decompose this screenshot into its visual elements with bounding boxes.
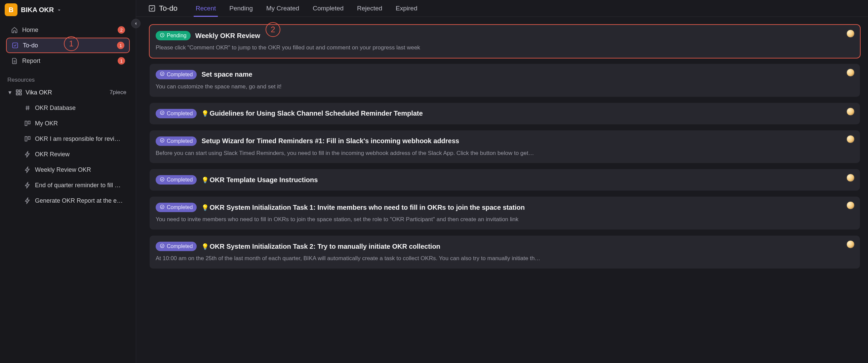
tree-item-label: Weekly Review OKR (35, 167, 91, 174)
assignee-avatar[interactable] (846, 30, 855, 38)
card-description: You need to invite members who need to f… (156, 215, 854, 223)
tree-item[interactable]: Weekly Review OKR (0, 162, 136, 178)
card-title: 💡Guidelines for Using Slack Channel Sche… (202, 110, 423, 117)
tree-item[interactable]: OKR Review (0, 147, 136, 162)
status-label: Pending (167, 33, 187, 39)
topbar: To-do RecentPendingMy CreatedCompletedRe… (136, 0, 868, 17)
nav-item-home[interactable]: Home2 (6, 22, 130, 38)
bulb-icon: 💡 (202, 177, 209, 183)
tree-item[interactable]: My OKR (0, 116, 136, 131)
card-head: Completed💡Guidelines for Using Slack Cha… (156, 109, 854, 118)
bolt-icon (24, 197, 31, 204)
card-head: Completed💡OKR System Initialization Task… (156, 203, 854, 212)
todo-card[interactable]: Completed💡OKR System Initialization Task… (150, 236, 860, 269)
check-circle-icon (160, 243, 165, 250)
todo-card[interactable]: CompletedSet space nameYou can customize… (150, 64, 860, 97)
assignee-avatar[interactable] (846, 240, 855, 248)
card-title: 💡OKR System Initialization Task 1: Invit… (202, 204, 525, 211)
status-completed-pill: Completed (156, 242, 197, 251)
resource-tree: OKR DatabaseMy OKROKR I am responsible f… (0, 99, 136, 210)
svg-point-16 (160, 244, 164, 248)
tree-item-label: My OKR (35, 120, 58, 127)
tab-label: Recent (196, 5, 216, 12)
tab-recent[interactable]: Recent (189, 0, 222, 17)
bolt-icon (24, 151, 31, 158)
status-label: Completed (167, 177, 193, 183)
svg-point-14 (160, 178, 164, 181)
svg-rect-7 (25, 137, 27, 141)
todo-card[interactable]: CompletedSetup Wizard for Timed Reminder… (150, 130, 860, 163)
tab-my-created[interactable]: My Created (259, 0, 306, 17)
status-label: Completed (167, 138, 193, 144)
bulb-icon: 💡 (202, 110, 209, 117)
todo-card[interactable]: Completed💡OKR System Initialization Task… (150, 196, 860, 230)
check-circle-icon (160, 71, 165, 78)
nav-item-to-do[interactable]: To-do1 (6, 38, 130, 53)
tree-item[interactable]: OKR I am responsible for revi… (0, 131, 136, 147)
card-title-text: Set space name (202, 70, 252, 78)
todo-card[interactable]: Completed💡OKR Template Usage Instruction… (150, 169, 860, 190)
assignee-avatar[interactable] (846, 135, 855, 143)
todo-card[interactable]: Completed💡Guidelines for Using Slack Cha… (150, 103, 860, 124)
tab-pending[interactable]: Pending (222, 0, 259, 17)
page-title: To-do (148, 4, 178, 13)
tab-label: My Created (266, 5, 299, 12)
workspace-switcher[interactable]: B BIKA OKR (0, 0, 136, 22)
tree-item-label: End of quarter reminder to fill … (35, 182, 121, 189)
svg-rect-4 (20, 93, 22, 95)
svg-rect-3 (17, 93, 19, 95)
card-title: 💡OKR Template Usage Instructions (202, 176, 318, 184)
status-completed-pill: Completed (156, 137, 197, 146)
bulb-icon: 💡 (202, 204, 209, 211)
svg-point-13 (160, 139, 164, 142)
card-head: CompletedSet space name (156, 70, 854, 79)
svg-rect-1 (17, 90, 19, 92)
status-label: Completed (167, 204, 193, 210)
resources-section-label: Resources (0, 68, 136, 86)
card-description: Please click "Comment OKR" to jump to th… (156, 44, 854, 52)
status-pending-pill: Pending (156, 31, 191, 40)
board-icon (24, 135, 31, 142)
svg-rect-5 (25, 121, 27, 125)
bulb-icon: 💡 (202, 243, 209, 250)
card-title-text: OKR System Initialization Task 1: Invite… (210, 204, 525, 211)
svg-point-15 (160, 205, 164, 209)
card-head: CompletedSetup Wizard for Timed Reminder… (156, 137, 854, 146)
sidebar: B BIKA OKR Home2To-do1Report1 Resources … (0, 0, 136, 363)
status-completed-pill: Completed (156, 175, 197, 184)
tab-label: Expired (396, 5, 417, 12)
card-head: Completed💡OKR Template Usage Instruction… (156, 175, 854, 184)
tree-item[interactable]: End of quarter reminder to fill … (0, 178, 136, 193)
tab-expired[interactable]: Expired (389, 0, 424, 17)
todo-list: PendingWeekly OKR ReviewPlease click "Co… (136, 17, 868, 363)
status-completed-pill: Completed (156, 109, 197, 118)
tree-item[interactable]: OKR Database (0, 100, 136, 116)
card-title: Weekly OKR Review (195, 32, 260, 40)
resource-space-name: Vika OKR (26, 89, 52, 96)
svg-rect-6 (28, 121, 30, 124)
nav-item-label: To-do (23, 42, 38, 49)
clock-icon (160, 33, 165, 39)
check-circle-icon (160, 138, 165, 144)
todo-card[interactable]: PendingWeekly OKR ReviewPlease click "Co… (150, 25, 860, 58)
resource-space-header[interactable]: ▾ Vika OKR 7piece (0, 86, 136, 99)
svg-rect-8 (28, 137, 30, 139)
resource-space-count: 7piece (110, 89, 128, 96)
card-title: Set space name (202, 70, 252, 78)
card-title: Setup Wizard for Timed Reminders #1: Fil… (202, 137, 459, 145)
tree-item-label: OKR I am responsible for revi… (35, 135, 120, 143)
tree-item[interactable]: Generate OKR Report at the e… (0, 193, 136, 208)
tab-label: Completed (313, 5, 344, 12)
tree-item-label: OKR Review (35, 151, 70, 158)
tab-completed[interactable]: Completed (306, 0, 350, 17)
svg-rect-9 (149, 5, 155, 11)
expand-triangle-icon[interactable]: ▾ (7, 89, 12, 96)
grid-icon (16, 89, 22, 96)
nav-item-report[interactable]: Report1 (6, 53, 130, 68)
tab-rejected[interactable]: Rejected (350, 0, 389, 17)
workspace-name: BIKA OKR (21, 6, 54, 14)
collapse-sidebar-button[interactable] (131, 19, 141, 28)
assignee-avatar[interactable] (846, 68, 855, 77)
assignee-avatar[interactable] (846, 108, 855, 116)
svg-rect-0 (13, 43, 18, 48)
